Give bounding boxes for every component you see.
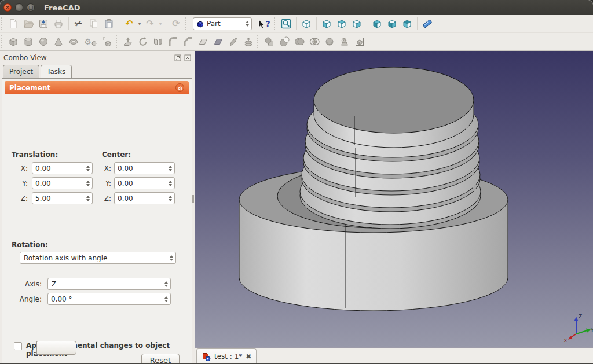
measure-distance-icon[interactable] bbox=[420, 16, 435, 31]
placement-header[interactable]: Placement bbox=[5, 81, 189, 94]
intersection-icon[interactable] bbox=[307, 34, 322, 49]
float-panel-icon[interactable] bbox=[174, 54, 181, 62]
center-x-input[interactable] bbox=[114, 162, 175, 174]
top-view-icon[interactable] bbox=[334, 16, 349, 31]
axis-value: Z bbox=[48, 280, 163, 288]
revolve-icon[interactable] bbox=[136, 34, 151, 49]
translation-x-input[interactable] bbox=[32, 162, 93, 174]
close-panel-icon[interactable] bbox=[184, 54, 191, 62]
mirror-icon[interactable] bbox=[151, 34, 166, 49]
spin-steppers[interactable] bbox=[86, 166, 90, 171]
front-view-icon[interactable] bbox=[319, 16, 334, 31]
collapse-section-icon[interactable] bbox=[175, 83, 184, 92]
spin-steppers[interactable] bbox=[169, 181, 172, 186]
toolbar-grip[interactable] bbox=[1, 17, 3, 30]
shape-builder-icon[interactable] bbox=[100, 34, 115, 49]
ruled-surface-icon[interactable] bbox=[211, 34, 226, 49]
angle-input[interactable] bbox=[47, 293, 171, 305]
translation-y-input[interactable] bbox=[32, 177, 93, 189]
axis-label: Axis: bbox=[17, 280, 42, 288]
toolbar-separator bbox=[68, 17, 69, 30]
refresh-icon[interactable]: ⟳ bbox=[169, 16, 184, 31]
spin-steppers[interactable] bbox=[86, 196, 90, 201]
toolbar-separator bbox=[367, 17, 367, 30]
translation-z-input[interactable] bbox=[32, 192, 93, 204]
toolbar-separator bbox=[417, 17, 418, 30]
redo-icon[interactable]: ↷ bbox=[142, 16, 158, 31]
center-heading: Center: bbox=[102, 150, 131, 159]
tab-tasks[interactable]: Tasks bbox=[41, 65, 72, 78]
make-face-icon[interactable] bbox=[196, 34, 211, 49]
save-file-icon[interactable] bbox=[36, 16, 51, 31]
right-view-icon[interactable] bbox=[349, 16, 364, 31]
window-title: FreeCAD bbox=[44, 3, 80, 12]
threaded-part-model[interactable] bbox=[239, 67, 508, 311]
boolean-icon[interactable] bbox=[262, 34, 277, 49]
combo-steppers[interactable] bbox=[170, 255, 173, 261]
cut-icon[interactable]: ✂ bbox=[71, 16, 86, 31]
toolbar-grip[interactable] bbox=[257, 35, 259, 48]
spin-steppers[interactable] bbox=[164, 296, 168, 302]
redo-dropdown-icon[interactable]: ▾ bbox=[158, 21, 163, 27]
spin-steppers[interactable] bbox=[86, 181, 90, 186]
toolbar-grip[interactable] bbox=[1, 35, 3, 48]
fit-all-icon[interactable] bbox=[279, 16, 294, 31]
chamfer-icon[interactable] bbox=[181, 34, 196, 49]
open-file-icon[interactable] bbox=[21, 16, 36, 31]
cross-sections-icon[interactable] bbox=[337, 34, 352, 49]
combo-steppers[interactable] bbox=[246, 21, 249, 27]
center-z-input[interactable] bbox=[114, 192, 175, 204]
toolbar-grip[interactable] bbox=[116, 35, 118, 48]
document-tab[interactable]: test : 1* ✖ bbox=[196, 348, 257, 364]
rotation-heading: Rotation: bbox=[12, 241, 48, 249]
spin-steppers[interactable] bbox=[169, 196, 172, 201]
combo-view-panel: Combo View Project Tasks Placement Trans… bbox=[0, 51, 195, 364]
paste-icon[interactable] bbox=[101, 16, 116, 31]
cut-boolean-icon[interactable] bbox=[277, 34, 292, 49]
spin-steppers[interactable] bbox=[169, 166, 172, 171]
loft-icon[interactable] bbox=[226, 34, 241, 49]
reset-button[interactable]: Reset bbox=[141, 354, 180, 364]
cone-icon[interactable] bbox=[51, 34, 66, 49]
print-icon[interactable] bbox=[51, 16, 66, 31]
translation-heading: Translation: bbox=[12, 150, 58, 159]
cylinder-icon[interactable] bbox=[21, 34, 36, 49]
3d-viewport[interactable]: Z Y x bbox=[195, 51, 593, 347]
section-icon[interactable] bbox=[322, 34, 337, 49]
compound-icon[interactable] bbox=[352, 34, 367, 49]
extrude-icon[interactable] bbox=[120, 34, 136, 49]
tasks-panel: Placement bbox=[2, 78, 192, 364]
center-y-input[interactable] bbox=[114, 177, 175, 189]
union-icon[interactable] bbox=[292, 34, 307, 49]
undo-dropdown-icon[interactable]: ▾ bbox=[137, 21, 142, 27]
undo-icon[interactable]: ↶ bbox=[122, 16, 137, 31]
workbench-selector[interactable]: Part bbox=[193, 17, 252, 30]
combo-steppers[interactable] bbox=[164, 281, 168, 287]
document-tabbar: test : 1* ✖ bbox=[195, 347, 593, 364]
sweep-icon[interactable] bbox=[241, 34, 256, 49]
window-minimize-button[interactable]: – bbox=[15, 3, 23, 12]
axonometric-view-icon[interactable] bbox=[299, 16, 314, 31]
torus-icon[interactable] bbox=[66, 34, 81, 49]
left-view-icon[interactable] bbox=[400, 16, 415, 31]
box-icon[interactable] bbox=[6, 34, 21, 49]
toolbar-grip[interactable] bbox=[185, 17, 187, 30]
create-primitives-icon[interactable]: ⚙ bbox=[81, 34, 100, 49]
whats-this-icon[interactable]: ? bbox=[255, 16, 273, 31]
sphere-icon[interactable] bbox=[36, 34, 51, 49]
tab-project[interactable]: Project bbox=[3, 65, 39, 78]
new-file-icon[interactable] bbox=[6, 16, 21, 31]
window-maximize-button[interactable]: ▢ bbox=[27, 3, 35, 12]
bottom-view-icon[interactable] bbox=[385, 16, 400, 31]
rear-view-icon[interactable] bbox=[369, 16, 385, 31]
document-tab-close-icon[interactable]: ✖ bbox=[246, 353, 251, 360]
window-close-button[interactable]: ✕ bbox=[3, 3, 12, 12]
center-x-label: X: bbox=[94, 164, 111, 172]
axis-select[interactable]: Z bbox=[47, 278, 171, 290]
toolbar-grip[interactable] bbox=[274, 17, 276, 30]
incremental-checkbox[interactable] bbox=[14, 342, 22, 350]
rotation-mode-select[interactable]: Rotation axis with angle bbox=[20, 252, 176, 264]
titlebar[interactable]: ✕ – ▢ FreeCAD bbox=[0, 0, 593, 15]
fillet-icon[interactable] bbox=[166, 34, 181, 49]
copy-icon[interactable] bbox=[86, 16, 101, 31]
